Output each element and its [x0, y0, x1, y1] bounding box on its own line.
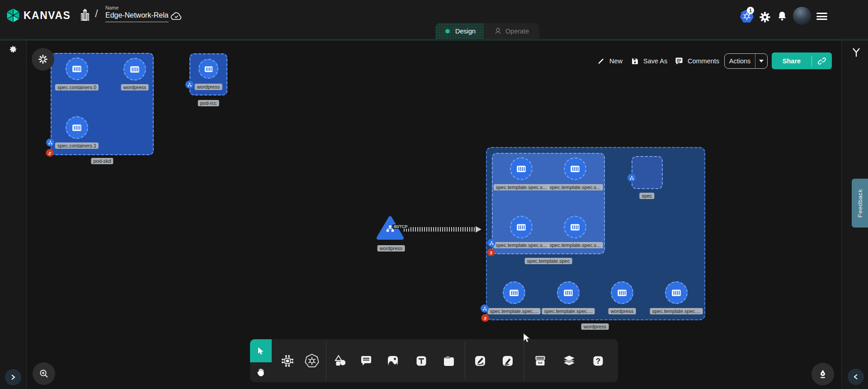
- container-icon: [569, 163, 581, 175]
- wheel-icon: [37, 53, 49, 65]
- tool-select[interactable]: [250, 339, 272, 362]
- tool-kubernetes[interactable]: [302, 351, 322, 371]
- collapse-right-panel-button[interactable]: [848, 369, 864, 385]
- tool-note[interactable]: [439, 351, 459, 371]
- pen-tool-button[interactable]: [811, 363, 834, 385]
- help-icon: ?: [591, 354, 605, 368]
- group-label: pod-rcc: [198, 100, 219, 106]
- container-icon: [515, 163, 527, 175]
- container-node[interactable]: [510, 216, 533, 238]
- tab-operate-label: Operate: [505, 28, 529, 35]
- service-edge[interactable]: [404, 227, 476, 232]
- container-node[interactable]: [557, 281, 580, 304]
- copy-link-icon[interactable]: [812, 57, 832, 66]
- collapse-count-badge[interactable]: 2: [46, 149, 54, 157]
- container-icon: [129, 63, 141, 75]
- container-node[interactable]: [66, 57, 88, 80]
- tab-design-label: Design: [455, 28, 476, 35]
- tool-drawer[interactable]: [530, 351, 551, 371]
- group-spec-template-spec[interactable]: [492, 153, 605, 254]
- collapse-count-badge[interactable]: 3: [487, 249, 495, 256]
- tool-help[interactable]: ?: [588, 351, 609, 371]
- node-label: spec.template.spec.s...: [494, 184, 549, 190]
- image-icon: [386, 354, 400, 368]
- hierarchy-badge[interactable]: [185, 81, 193, 89]
- expand-left-panel-button[interactable]: [5, 369, 21, 385]
- container-node[interactable]: [66, 116, 88, 139]
- new-label: New: [609, 57, 623, 65]
- app-header: KANVAS / Name Edge-Network-Relatio: [0, 0, 868, 41]
- container-icon: [616, 287, 628, 299]
- container-node[interactable]: [503, 281, 525, 304]
- avatar[interactable]: [793, 7, 811, 25]
- zoom-button[interactable]: [33, 362, 55, 385]
- feedback-tab[interactable]: Feedback: [852, 179, 868, 228]
- hierarchy-badge[interactable]: [46, 138, 54, 147]
- organization-icon[interactable]: [80, 9, 90, 24]
- design-name-field[interactable]: Name Edge-Network-Relatio: [105, 5, 169, 22]
- container-icon: [71, 63, 83, 75]
- toolbar-divider: [326, 342, 326, 380]
- tool-image[interactable]: [382, 351, 403, 371]
- meshery-spinner-icon[interactable]: [8, 44, 19, 57]
- breadcrumb-divider: /: [95, 7, 98, 20]
- container-node[interactable]: [564, 216, 586, 238]
- save-as-button[interactable]: Save As: [631, 53, 667, 69]
- tool-layers[interactable]: [559, 351, 580, 371]
- container-node[interactable]: [198, 59, 218, 79]
- comments-label: Comments: [688, 57, 719, 65]
- bell-icon: [776, 10, 788, 22]
- chevron-down-icon[interactable]: [755, 59, 767, 63]
- tool-pen-line[interactable]: [470, 351, 491, 371]
- gear-icon: [759, 11, 771, 24]
- group-label: spec: [639, 193, 654, 199]
- new-button[interactable]: New: [597, 53, 623, 69]
- circuit-chip-icon: [280, 354, 295, 368]
- validate-y-icon[interactable]: [851, 47, 861, 59]
- container-icon: [508, 287, 520, 299]
- container-node[interactable]: [510, 157, 533, 180]
- tool-text[interactable]: [411, 351, 432, 371]
- chevron-left-icon: [853, 374, 859, 380]
- tool-shapes[interactable]: [330, 351, 351, 371]
- tool-components[interactable]: [277, 351, 298, 371]
- left-rail: [0, 41, 27, 389]
- shapes-icon: [333, 354, 348, 368]
- hierarchy-badge[interactable]: [481, 304, 489, 313]
- sitemap-icon: [482, 306, 487, 311]
- tool-pan[interactable]: [250, 362, 272, 382]
- container-node[interactable]: [665, 281, 688, 304]
- hierarchy-badge[interactable]: [487, 239, 495, 247]
- chevron-right-icon: [10, 374, 16, 380]
- archive-drawer-icon: [533, 354, 547, 368]
- container-node[interactable]: [611, 281, 633, 304]
- actions-label: Actions: [725, 57, 755, 65]
- collapse-count-badge[interactable]: 3: [481, 314, 489, 322]
- tool-pencil-draw[interactable]: [497, 351, 518, 371]
- comments-button[interactable]: Comments: [675, 53, 719, 69]
- container-node[interactable]: [564, 157, 586, 180]
- container-icon: [670, 287, 682, 299]
- design-name-label: Name: [105, 5, 169, 10]
- design-name-input[interactable]: Edge-Network-Relatio: [105, 11, 169, 22]
- tool-comment[interactable]: [356, 351, 377, 371]
- kanvas-app: spec.containers.0 wordpress spec.contain…: [0, 0, 868, 389]
- group-spec[interactable]: [632, 156, 663, 189]
- tab-operate[interactable]: Operate: [484, 23, 539, 39]
- zoom-in-icon: [38, 368, 49, 379]
- settings-button[interactable]: [759, 11, 771, 25]
- hierarchy-badge[interactable]: [627, 174, 636, 182]
- container-node[interactable]: [123, 58, 146, 81]
- brand[interactable]: KANVAS: [5, 7, 71, 24]
- share-button[interactable]: Share: [772, 52, 832, 69]
- tab-design[interactable]: Design: [435, 23, 484, 39]
- button-divider: [755, 54, 755, 68]
- cluster-wheel-button[interactable]: [32, 48, 54, 71]
- context-count-badge: 1: [747, 7, 754, 14]
- menu-button[interactable]: [816, 13, 827, 20]
- actions-menu-button[interactable]: Actions: [724, 53, 768, 69]
- node-label: spec.template.spec....: [488, 308, 541, 314]
- notifications-button[interactable]: [776, 10, 788, 24]
- edge-arrowhead-icon: [475, 226, 482, 235]
- node-label: spec.containers.0: [55, 84, 99, 90]
